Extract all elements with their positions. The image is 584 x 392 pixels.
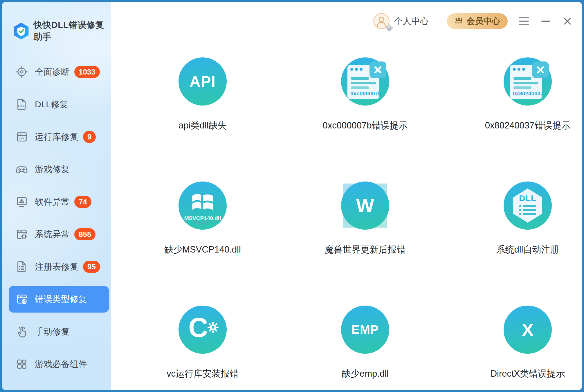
sidebar-item-game-components[interactable]: 游戏必备组件 [9,351,109,378]
close-icon [563,17,572,26]
card-vc-runtime[interactable]: C [121,306,284,390]
card-emp-dll[interactable]: EMP 缺少emp.dll [284,306,446,390]
window-code-icon: </> [15,130,28,144]
notification-badge: 855 [74,228,95,240]
svg-text:DLL: DLL [18,104,25,108]
close-button[interactable] [562,16,573,27]
window-error-icon [15,293,28,306]
gamepad-icon [15,163,28,176]
topbar: 个人中心 会员中心 [111,2,582,40]
main-content: 个人中心 会员中心 [111,2,582,390]
card-label: 0xc000007b错误提示 [323,119,408,132]
app-window: 快快DLL错误修复助手 全面诊断 1033 [2,2,582,390]
sidebar-item-label: 手动修复 [35,326,70,338]
hand-click-icon [15,325,28,338]
sidebar-item-label: DLL修复 [35,99,68,110]
notification-badge: 1033 [74,66,100,78]
sidebar-item-game-repair[interactable]: 游戏修复 [9,156,109,183]
app-logo-row: 快快DLL错误修复助手 [2,2,111,43]
windows-msvcp140-icon: MSVCP140.dll [179,182,227,230]
card-0xc000007b[interactable]: 0xc000007b 0xc000007b错误提示 [284,57,446,182]
sidebar-item-label: 运行库修复 [35,131,78,143]
card-label: 缺少MSVCP140.dll [164,244,241,256]
card-label: DirectX类错误提示 [491,368,565,380]
app-title: 快快DLL错误修复助手 [34,19,111,43]
directx-x-icon: X [504,306,552,354]
member-center-label: 会员中心 [466,15,500,27]
sidebar-item-label: 错误类型修复 [35,293,87,305]
card-label: api类dll缺失 [179,119,226,132]
crown-icon [454,17,464,26]
personal-center-button[interactable]: 个人中心 [373,13,429,30]
sidebar-item-label: 软件异常 [35,196,70,208]
sidebar-item-runtime-repair[interactable]: </> 运行库修复 9 [9,124,109,150]
sidebar-item-label: 注册表修复 [35,261,78,273]
card-label: vc运行库安装报错 [167,368,239,380]
sidebar-item-system-error[interactable]: 系统异常 855 [9,221,109,248]
member-center-button[interactable]: 会员中心 [447,13,508,29]
card-label: 缺少emp.dll [342,368,389,380]
card-api-dll-missing[interactable]: API api类dll缺失 [121,57,284,182]
dll-file-icon: DLL [15,98,28,111]
components-grid-icon [15,357,28,371]
notification-badge: 74 [74,196,91,208]
notification-badge: 95 [83,261,100,273]
windows-flag-icon [189,190,217,214]
personal-center-label: 个人中心 [394,15,429,27]
sidebar-item-label: 游戏修复 [35,164,70,175]
error-x-badge [369,61,386,78]
api-icon: API [179,57,227,106]
emp-icon: EMP [341,306,389,354]
card-0x80240037[interactable]: 0x80240037 0x80240037错误提示 [446,57,582,182]
svg-text:</>: </> [19,137,24,140]
card-wow-error[interactable]: W 魔兽世界更新后报错 [284,182,446,306]
error-x-badge [532,61,549,78]
sidebar: 快快DLL错误修复助手 全面诊断 1033 [2,2,111,390]
minimize-button[interactable] [540,16,551,27]
avatar [373,13,390,30]
sidebar-item-dll-repair[interactable]: DLL DLL修复 [9,91,109,118]
sidebar-item-label: 全面诊断 [35,66,70,78]
card-label: 0x80240037错误提示 [485,119,571,132]
sidebar-item-label: 游戏必备组件 [35,358,87,370]
window-error-0xc000007b-icon: 0xc000007b [341,57,389,106]
card-msvcp140[interactable]: MSVCP140.dll 缺少MSVCP140.dll [121,182,284,306]
card-directx[interactable]: X DirectX类错误提示 [446,306,582,390]
wow-icon: W [341,182,389,230]
sidebar-item-label: 系统异常 [35,228,70,240]
notification-badge: 9 [83,131,96,143]
dll-hexagon-icon: DLL [504,182,552,230]
sidebar-item-error-type-repair[interactable]: 错误类型修复 [9,286,109,313]
sidebar-item-software-error[interactable]: 软件异常 74 [9,188,109,215]
card-dll-register[interactable]: DLL 系统dll自动注册 [446,182,582,306]
sidebar-nav: 全面诊断 1033 DLL DLL修复 [2,59,111,378]
c-gear-icon: C [179,306,227,354]
monitor-warning-icon [15,195,28,208]
card-label: 魔兽世界更新后报错 [325,244,406,256]
document-list-icon [15,260,28,273]
target-icon [15,65,28,79]
menu-button[interactable] [518,16,529,27]
sidebar-item-manual-repair[interactable]: 手动修复 [9,318,109,345]
app-logo-icon [13,23,30,39]
sidebar-item-full-diagnosis[interactable]: 全面诊断 1033 [9,59,109,85]
gear-icon [207,321,219,333]
window-error-0x80240037-icon: 0x80240037 [504,57,552,106]
sidebar-item-registry-repair[interactable]: 注册表修复 95 [9,253,109,280]
window-gear-icon [15,228,28,241]
error-type-grid: API api类dll缺失 0xc000007b [121,57,582,390]
card-label: 系统dll自动注册 [496,244,559,256]
